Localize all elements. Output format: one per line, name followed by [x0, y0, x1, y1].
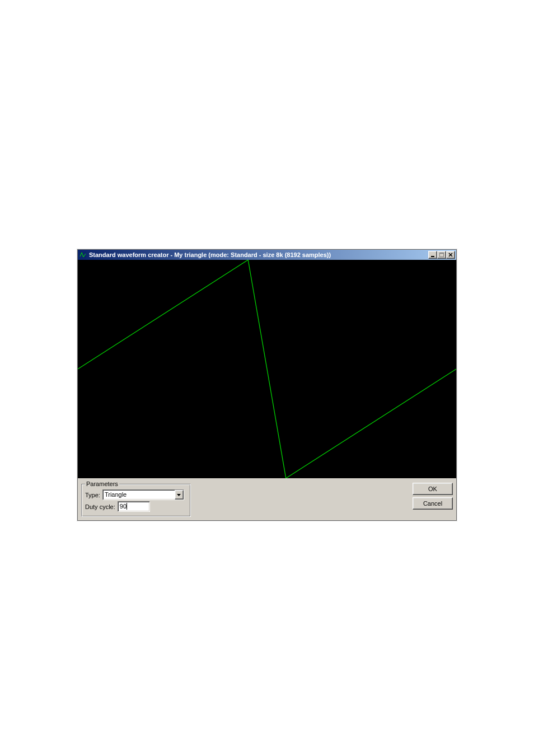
duty-cycle-input[interactable]: 90	[118, 501, 150, 512]
window-controls	[428, 251, 455, 259]
type-combo-value: Triangle	[103, 490, 175, 500]
text-caret	[127, 503, 127, 510]
client-area: Parameters Type: Triangle Duty cycle: 90	[78, 260, 456, 520]
waveform-creator-window: Standard waveform creator - My triangle …	[77, 249, 457, 521]
titlebar[interactable]: Standard waveform creator - My triangle …	[78, 250, 456, 260]
dropdown-icon[interactable]	[175, 490, 184, 500]
close-button[interactable]	[446, 251, 455, 259]
duty-row: Duty cycle: 90	[85, 501, 187, 512]
waveform-svg	[78, 260, 456, 478]
minimize-button[interactable]	[428, 251, 437, 259]
app-icon	[79, 251, 87, 259]
window-title: Standard waveform creator - My triangle …	[89, 251, 428, 258]
parameters-group: Parameters Type: Triangle Duty cycle: 90	[81, 480, 191, 517]
svg-rect-1	[431, 256, 434, 257]
cancel-button[interactable]: Cancel	[413, 497, 453, 510]
dialog-buttons: OK Cancel	[413, 480, 453, 510]
waveform-plot	[78, 260, 456, 478]
type-label: Type:	[85, 492, 100, 498]
duty-cycle-label: Duty cycle:	[85, 503, 115, 510]
bottom-panel: Parameters Type: Triangle Duty cycle: 90	[78, 478, 456, 520]
type-combo[interactable]: Triangle	[102, 489, 184, 500]
ok-button[interactable]: OK	[413, 483, 453, 495]
svg-rect-3	[439, 253, 444, 254]
parameters-legend: Parameters	[85, 480, 119, 487]
duty-cycle-value: 90	[120, 503, 127, 510]
maximize-button	[437, 251, 446, 259]
type-row: Type: Triangle	[85, 489, 187, 500]
